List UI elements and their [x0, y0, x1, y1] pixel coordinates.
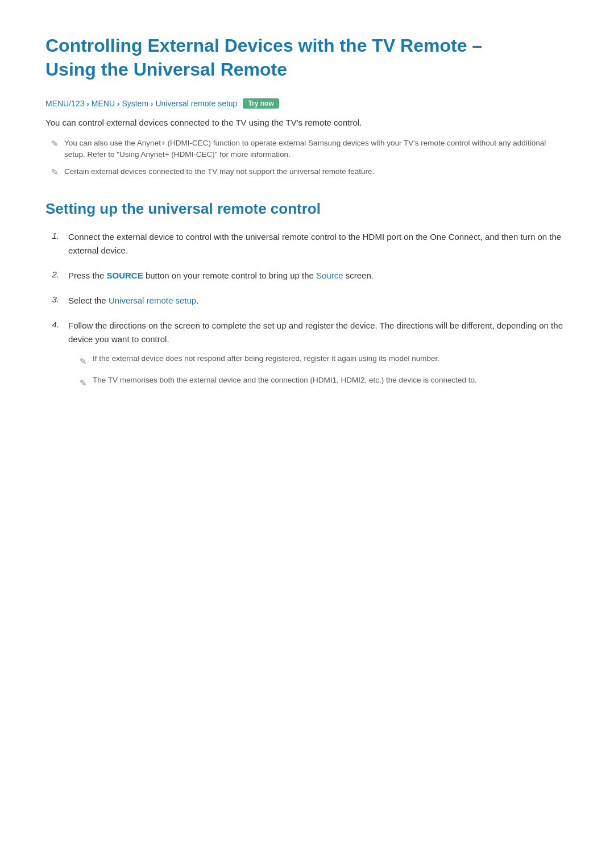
breadcrumb-menu123[interactable]: MENU/123 [45, 99, 84, 108]
step4-note-text-1: If the external device does not respond … [93, 353, 439, 364]
breadcrumb-system[interactable]: System [122, 99, 148, 108]
breadcrumb-sep1: › [86, 99, 89, 108]
step2-source2-highlight: Source [316, 271, 343, 280]
step4-note-icon-2 [80, 376, 87, 391]
step-item-3: 3. Select the Universal remote setup. [45, 294, 569, 308]
try-now-badge[interactable]: Try now [243, 98, 279, 109]
steps-list: 1. Connect the external device to contro… [45, 230, 569, 396]
step4-note-2: The TV memorises both the external devic… [68, 375, 569, 391]
step-item-4: 4. Follow the directions on the screen t… [45, 319, 569, 396]
section-title: Setting up the universal remote control [45, 200, 569, 218]
step2-text-before: Press the [68, 271, 107, 280]
step2-text-middle: button on your remote control to bring u… [143, 271, 316, 280]
step-number-3: 3. [45, 294, 59, 304]
breadcrumb-universal-setup[interactable]: Universal remote setup [155, 99, 237, 108]
note-icon-2 [51, 167, 59, 177]
step4-note-icon-1 [80, 354, 87, 369]
step4-notes: If the external device does not respond … [68, 353, 569, 390]
step-content-2: Press the SOURCE button on your remote c… [68, 269, 569, 283]
note-text-1: You can also use the Anynet+ (HDMI-CEC) … [64, 138, 569, 161]
step4-note-1: If the external device does not respond … [68, 353, 569, 369]
step-number-1: 1. [45, 230, 59, 240]
note-item-2: Certain external devices connected to th… [45, 166, 569, 177]
step-item-2: 2. Press the SOURCE button on your remot… [45, 269, 569, 283]
step-item-1: 1. Connect the external device to contro… [45, 230, 569, 258]
note-icon-1 [51, 139, 59, 149]
intro-text: You can control external devices connect… [45, 117, 569, 130]
breadcrumb: MENU/123 › MENU › System › Universal rem… [45, 98, 569, 109]
step-content-1: Connect the external device to control w… [68, 230, 569, 258]
step3-text-after: . [196, 296, 198, 305]
step-number-4: 4. [45, 319, 59, 329]
breadcrumb-menu[interactable]: MENU [92, 99, 115, 108]
step-content-3: Select the Universal remote setup. [68, 294, 569, 308]
note-text-2: Certain external devices connected to th… [64, 166, 374, 177]
step-content-4: Follow the directions on the screen to c… [68, 319, 569, 396]
step4-note-text-2: The TV memorises both the external devic… [93, 375, 477, 386]
note-item-1: You can also use the Anynet+ (HDMI-CEC) … [45, 138, 569, 161]
step2-text-after: screen. [343, 271, 374, 280]
step3-universal-highlight: Universal remote setup [109, 296, 196, 305]
page-title: Controlling External Devices with the TV… [45, 34, 569, 81]
step-number-2: 2. [45, 269, 59, 279]
breadcrumb-sep2: › [117, 99, 119, 108]
breadcrumb-sep3: › [151, 99, 153, 108]
step2-source-highlight: SOURCE [107, 271, 143, 280]
step3-text-before: Select the [68, 296, 109, 305]
